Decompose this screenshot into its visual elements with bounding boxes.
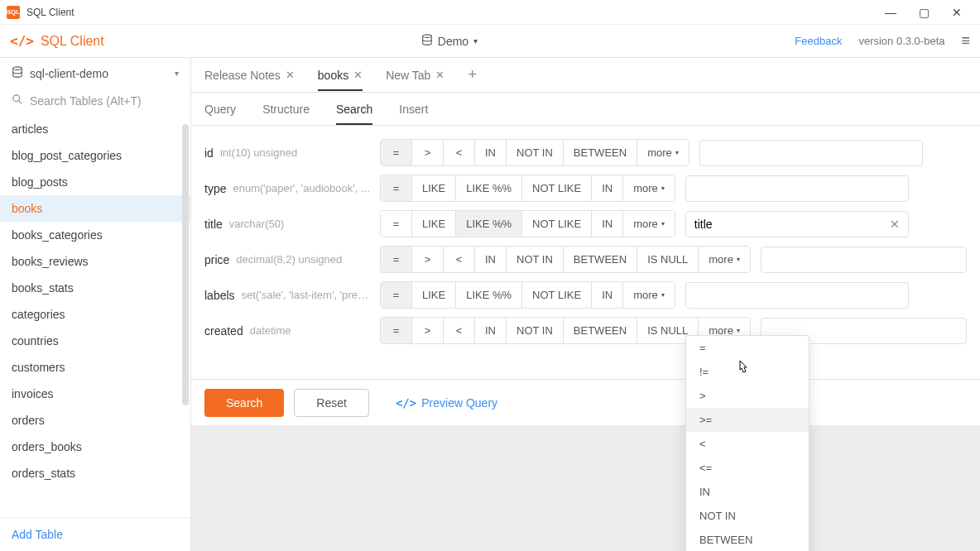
operator-button[interactable]: < bbox=[444, 318, 475, 343]
sidebar-search[interactable]: Search Tables (Alt+T) bbox=[0, 89, 190, 116]
dropdown-item[interactable]: NOT IN bbox=[686, 504, 809, 528]
operator-button[interactable]: IN bbox=[475, 247, 507, 272]
table-list[interactable]: articlesblog_post_categoriesblog_postsbo… bbox=[0, 116, 190, 517]
dropdown-item[interactable]: BETWEEN bbox=[686, 528, 809, 551]
operator-button[interactable]: = bbox=[381, 140, 412, 165]
operator-button[interactable]: > bbox=[412, 140, 444, 165]
table-item-orders_stats[interactable]: orders_stats bbox=[0, 460, 190, 486]
value-input[interactable] bbox=[770, 253, 958, 266]
table-item-blog_posts[interactable]: blog_posts bbox=[0, 169, 190, 195]
table-item-blog_post_categories[interactable]: blog_post_categories bbox=[0, 142, 190, 169]
operator-group: =><INNOT INBETWEENIS NULLmore▾ bbox=[380, 246, 751, 273]
sidebar-scrollbar[interactable] bbox=[182, 124, 189, 405]
table-item-categories[interactable]: categories bbox=[0, 301, 190, 328]
table-item-books_stats[interactable]: books_stats bbox=[0, 275, 190, 301]
close-icon[interactable]: ✕ bbox=[435, 69, 444, 81]
more-operators-button[interactable]: more▾ bbox=[699, 247, 750, 272]
operator-button[interactable]: = bbox=[381, 318, 412, 343]
window-minimize-button[interactable]: — bbox=[874, 0, 907, 25]
close-icon[interactable]: ✕ bbox=[353, 69, 363, 81]
tab-new-tab[interactable]: New Tab✕ bbox=[386, 60, 444, 90]
operator-button[interactable]: = bbox=[381, 247, 412, 272]
more-operators-button[interactable]: more▾ bbox=[623, 175, 675, 201]
operator-button[interactable]: LIKE %% bbox=[456, 282, 522, 308]
subtab-structure[interactable]: Structure bbox=[262, 94, 310, 124]
operator-button[interactable]: = bbox=[381, 211, 412, 237]
tab-books[interactable]: books✕ bbox=[318, 60, 363, 90]
operator-button[interactable]: BETWEEN bbox=[564, 318, 637, 343]
table-item-books[interactable]: books bbox=[0, 195, 190, 222]
table-item-books_categories[interactable]: books_categories bbox=[0, 222, 190, 248]
value-input[interactable] bbox=[694, 218, 890, 231]
operator-button[interactable]: NOT IN bbox=[507, 247, 564, 272]
operator-button[interactable]: < bbox=[444, 247, 475, 272]
preview-query-button[interactable]: </> Preview Query bbox=[396, 396, 497, 410]
operator-button[interactable]: NOT LIKE bbox=[522, 282, 592, 308]
document-tabs: Release Notes✕books✕New Tab✕+ bbox=[191, 58, 980, 93]
operator-button[interactable]: > bbox=[412, 318, 444, 343]
table-item-countries[interactable]: countries bbox=[0, 328, 190, 354]
add-table-button[interactable]: Add Table bbox=[12, 528, 63, 541]
subtab-query[interactable]: Query bbox=[204, 94, 236, 124]
operator-button[interactable]: LIKE bbox=[412, 175, 456, 201]
operator-button[interactable]: BETWEEN bbox=[564, 140, 637, 165]
dropdown-item[interactable]: IN bbox=[686, 480, 809, 504]
dropdown-item[interactable]: > bbox=[686, 384, 809, 408]
more-operators-button[interactable]: more▾ bbox=[623, 211, 675, 237]
window-close-button[interactable]: ✕ bbox=[940, 0, 973, 25]
value-input[interactable] bbox=[694, 182, 900, 195]
more-operators-button[interactable]: more▾ bbox=[623, 282, 675, 308]
operator-button[interactable]: LIKE %% bbox=[456, 211, 522, 237]
table-item-invoices[interactable]: invoices bbox=[0, 381, 190, 407]
more-operators-button[interactable]: more▾ bbox=[637, 140, 689, 165]
table-item-orders_books[interactable]: orders_books bbox=[0, 434, 190, 460]
operator-button[interactable]: IN bbox=[592, 175, 623, 201]
table-item-customers[interactable]: customers bbox=[0, 354, 190, 381]
operator-dropdown[interactable]: =!=>>=<<=INNOT INBETWEENNOT BETWEENLIKEL… bbox=[685, 335, 809, 551]
svg-line-3 bbox=[19, 101, 22, 104]
operator-button[interactable]: = bbox=[381, 175, 412, 201]
value-input[interactable] bbox=[709, 146, 914, 160]
subtab-insert[interactable]: Insert bbox=[399, 94, 428, 124]
search-button[interactable]: Search bbox=[204, 389, 284, 417]
operator-button[interactable]: = bbox=[381, 282, 412, 308]
operator-button[interactable]: IN bbox=[592, 282, 623, 308]
operator-button[interactable]: LIKE %% bbox=[456, 175, 522, 201]
close-icon[interactable]: ✕ bbox=[286, 69, 295, 81]
column-info: createddatetime bbox=[204, 324, 370, 338]
dropdown-item[interactable]: < bbox=[686, 432, 809, 456]
operator-button[interactable]: NOT IN bbox=[507, 318, 564, 343]
operator-button[interactable]: IS NULL bbox=[637, 247, 699, 272]
dropdown-item[interactable]: != bbox=[686, 360, 809, 384]
dropdown-item[interactable]: >= bbox=[686, 408, 809, 432]
operator-button[interactable]: < bbox=[444, 140, 475, 165]
feedback-link[interactable]: Feedback bbox=[795, 35, 842, 47]
clear-input-icon[interactable]: ✕ bbox=[890, 218, 900, 231]
dropdown-item[interactable]: <= bbox=[686, 456, 809, 480]
table-item-articles[interactable]: articles bbox=[0, 116, 190, 142]
value-input-wrapper bbox=[685, 282, 909, 309]
add-tab-button[interactable]: + bbox=[468, 66, 477, 84]
tab-release-notes[interactable]: Release Notes✕ bbox=[204, 60, 295, 90]
reset-button[interactable]: Reset bbox=[294, 389, 369, 417]
operator-button[interactable]: LIKE bbox=[412, 282, 456, 308]
operator-button[interactable]: NOT IN bbox=[507, 140, 564, 165]
operator-button[interactable]: IN bbox=[475, 318, 507, 343]
operator-button[interactable]: LIKE bbox=[412, 211, 456, 237]
operator-button[interactable]: NOT LIKE bbox=[522, 211, 592, 237]
window-maximize-button[interactable]: ▢ bbox=[907, 0, 940, 25]
operator-button[interactable]: IN bbox=[592, 211, 623, 237]
value-input[interactable] bbox=[694, 289, 900, 302]
operator-button[interactable]: BETWEEN bbox=[564, 247, 637, 272]
table-item-books_reviews[interactable]: books_reviews bbox=[0, 248, 190, 275]
database-selector[interactable]: Demo ▾ bbox=[421, 34, 478, 48]
operator-button[interactable]: > bbox=[412, 247, 444, 272]
preview-query-label: Preview Query bbox=[421, 396, 497, 410]
table-item-orders[interactable]: orders bbox=[0, 407, 190, 434]
sidebar-database-selector[interactable]: sql-client-demo ▾ bbox=[0, 58, 190, 89]
hamburger-menu-button[interactable]: ≡ bbox=[961, 32, 970, 50]
operator-button[interactable]: IN bbox=[475, 140, 507, 165]
dropdown-item[interactable]: = bbox=[686, 336, 809, 360]
operator-button[interactable]: NOT LIKE bbox=[522, 175, 592, 201]
subtab-search[interactable]: Search bbox=[336, 94, 372, 124]
